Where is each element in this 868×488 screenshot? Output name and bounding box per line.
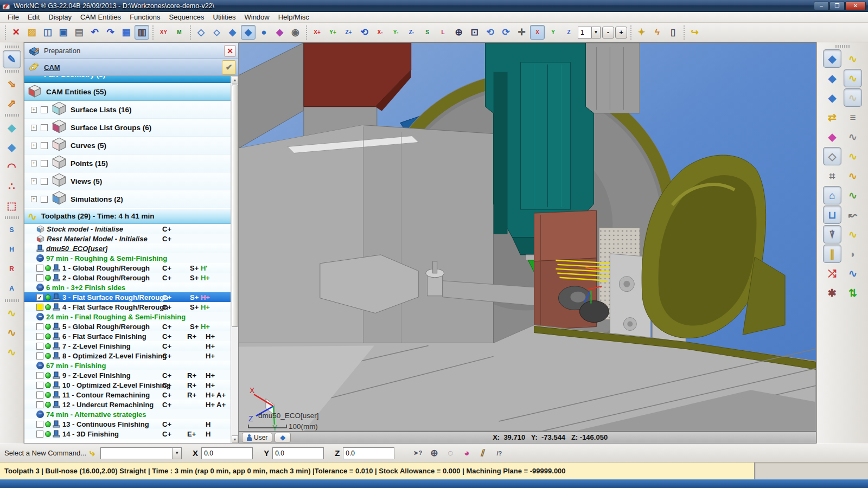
category-row[interactable]: + Views (5)	[24, 172, 231, 190]
solid-cube-icon[interactable]: ◆	[225, 25, 240, 40]
wireframe-cube-icon[interactable]: ◇	[194, 25, 208, 40]
stock-model-icon[interactable]: S	[3, 221, 21, 239]
toolpath-edit-icon[interactable]: ∿	[3, 304, 21, 322]
x-coordinate-input[interactable]	[201, 447, 253, 459]
toolpath-row[interactable]: 1 - Global Rough/ReroughC+S+ H'	[24, 263, 231, 273]
toolpath-window-icon[interactable]: ∿	[844, 147, 862, 165]
rotate-x-icon[interactable]: X	[530, 25, 545, 40]
scroll-thumb[interactable]	[232, 85, 238, 327]
delete-entity-cube-icon[interactable]: ◆	[823, 69, 841, 87]
rotate-view-icon[interactable]: ⟲	[483, 25, 497, 40]
toolpath-faded-icon[interactable]: ∿	[844, 88, 862, 107]
edit-entity-cube-icon[interactable]: ◆	[823, 49, 841, 68]
pda-icon[interactable]: ▯	[666, 25, 680, 40]
toolpath-checkbox[interactable]	[36, 391, 43, 399]
category-row[interactable]: + Simulations (2)	[24, 190, 231, 208]
toolpath-row[interactable]: 12 - Undercut RemachiningC+H+ A+	[24, 400, 231, 409]
toolpath-group-row[interactable]: −6 min - 3+2 Finish sides	[24, 282, 231, 292]
expand-icon[interactable]: +	[31, 143, 37, 149]
toolpath-checkbox[interactable]	[36, 352, 43, 359]
new-points-icon[interactable]: ∴	[3, 177, 21, 195]
target-point-icon[interactable]: ✛	[514, 25, 529, 40]
category-row[interactable]: + Curves (5)	[24, 137, 231, 155]
collet-display-icon[interactable]: ⍒	[823, 225, 841, 243]
toolpath-row[interactable]: ✓3 - Flat Surface Rough/ReroughC+S+ H+	[24, 292, 231, 302]
hatch-display-icon[interactable]: ≡	[844, 108, 862, 126]
expand-icon[interactable]: +	[31, 178, 37, 184]
toolpath-delete-icon[interactable]: ∿	[3, 323, 21, 342]
toolpath-row[interactable]: 11 - Contour RemachiningC+R+H+ A+	[24, 390, 231, 400]
rotate-z-icon[interactable]: Z	[561, 25, 576, 40]
view-y-plus-icon[interactable]: Y+	[326, 25, 340, 40]
new-view-icon[interactable]: ⬚	[3, 196, 21, 215]
batch-run-icon[interactable]: ϟ	[650, 25, 665, 40]
menu-utilities[interactable]: Utilities	[209, 12, 240, 22]
holder-display-icon[interactable]: ⊔	[823, 206, 841, 224]
panel-ruler-icon[interactable]: ▥	[135, 25, 149, 40]
category-row[interactable]: + Surface List Groups (6)	[24, 119, 231, 137]
view-cube-button[interactable]: ◆	[275, 433, 291, 442]
category-checkbox[interactable]	[41, 178, 48, 185]
toolpath-list-icon[interactable]: ∿	[3, 343, 21, 361]
toolpath-row[interactable]: 6 - Flat Surface FinishingC+R+H+	[24, 331, 231, 341]
clamp-display-icon[interactable]: ⌗	[823, 166, 841, 185]
pointer-help-icon[interactable]: ➤?	[410, 446, 426, 461]
snapshot-icon[interactable]: ◉	[288, 25, 303, 40]
category-checkbox[interactable]	[41, 124, 48, 131]
swap-entity-icon[interactable]: ⇄	[823, 108, 841, 126]
import-curves-icon[interactable]: ⇗	[3, 94, 21, 112]
menu-help-misc[interactable]: Help/Misc	[274, 12, 314, 22]
sphere-icon[interactable]: ●	[257, 25, 271, 40]
menu-cam-entities[interactable]: CAM Entities	[76, 12, 125, 22]
expand-icon[interactable]: +	[31, 196, 37, 202]
user-view-button[interactable]: User	[242, 433, 272, 442]
toolpath-group-row[interactable]: −24 min - Final Roughing & Semi-Finishin…	[24, 312, 231, 322]
tool-display-icon[interactable]: ∥	[823, 245, 841, 263]
model-row[interactable]: Stock model - InitialiseC+	[24, 224, 231, 234]
view-iso-icon[interactable]: ⟲	[357, 25, 372, 40]
undo-icon[interactable]: ↶	[87, 25, 102, 40]
toolpath-checkbox[interactable]	[36, 304, 43, 311]
toolpath-circles-icon[interactable]: ∿	[844, 225, 862, 243]
menu-functions[interactable]: Functions	[125, 12, 164, 22]
machine-3d-scene[interactable]: user]	[239, 43, 816, 431]
toolpath-row[interactable]: 9 - Z-Level FinishingC+R+H+	[24, 370, 231, 380]
toolpath-checkbox[interactable]: ✓	[36, 294, 43, 301]
y-coordinate-input[interactable]	[272, 447, 324, 459]
command-combobox[interactable]: ▼	[100, 447, 182, 459]
rotate-y-icon[interactable]: Y	[546, 25, 560, 40]
holder-icon[interactable]: H	[3, 240, 21, 259]
zoom-in-button[interactable]: +	[615, 27, 627, 38]
toolpath-checkbox[interactable]	[36, 421, 43, 428]
category-checkbox[interactable]	[41, 160, 48, 167]
cam-entities-header[interactable]: CAM Entities (55)	[24, 83, 231, 101]
toolpath-gray-icon[interactable]: ∿	[844, 127, 862, 146]
view-l-icon[interactable]: L	[436, 25, 450, 40]
tree-scrollbar[interactable]: ▲ ▼	[231, 76, 238, 443]
toolpath-checkbox[interactable]	[36, 333, 43, 340]
expand-icon[interactable]: +	[31, 107, 37, 113]
collapse-group-icon[interactable]: −	[36, 254, 44, 262]
retract-arrows-icon[interactable]: ⇅	[844, 284, 862, 302]
toolpath-row[interactable]: 4 - Flat Surface Rough/ReroughC+S+ H+	[24, 302, 231, 312]
redo-icon[interactable]: ↷	[103, 25, 118, 40]
menu-sequences[interactable]: Sequences	[165, 12, 209, 22]
stock-blob-icon[interactable]: ◗	[844, 245, 862, 263]
zoom-target-icon[interactable]: ⊕	[426, 446, 442, 461]
view-x-plus-icon[interactable]: X+	[310, 25, 324, 40]
collapse-group-icon[interactable]: −	[36, 284, 44, 291]
save-icon[interactable]: ▣	[56, 25, 71, 40]
command-combobox-arrow[interactable]: ▼	[172, 448, 181, 459]
expand-icon[interactable]: +	[31, 125, 37, 131]
color-swirl-icon[interactable]: ◕	[458, 446, 475, 461]
remove-entity-icon[interactable]: ◆	[823, 127, 841, 146]
minimize-button[interactable]: –	[814, 2, 829, 10]
send-star-icon[interactable]: ✦	[634, 25, 649, 40]
toolpath-checkbox[interactable]	[36, 265, 43, 272]
shaded-cube-icon[interactable]: ◆	[241, 25, 256, 40]
annotation-icon[interactable]: A	[3, 279, 21, 298]
rest-material-icon[interactable]: R	[3, 260, 21, 278]
print-icon[interactable]: ▤	[72, 25, 86, 40]
view-y-minus-icon[interactable]: Y-	[388, 25, 403, 40]
open-folder-icon[interactable]: ▨	[24, 25, 39, 40]
